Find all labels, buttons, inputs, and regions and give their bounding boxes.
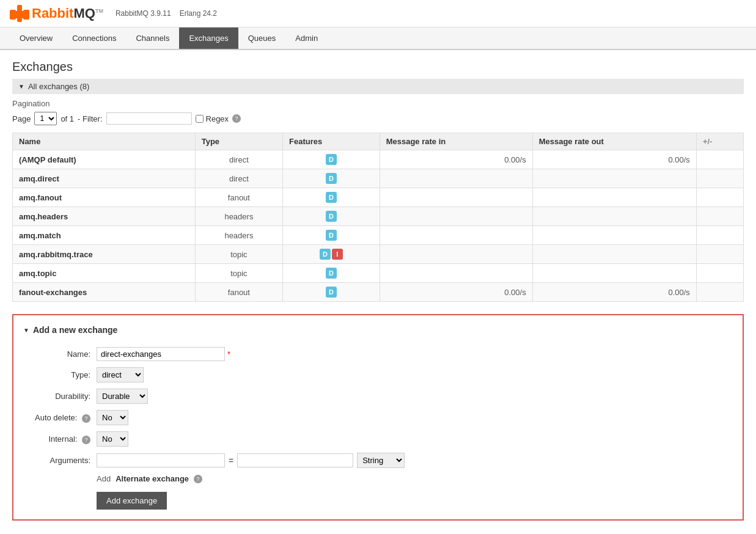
all-exchanges-header[interactable]: ▼ All exchanges (8)	[12, 79, 744, 94]
table-row[interactable]: amq.rabbitmq.tracetopicDI	[13, 245, 744, 264]
logo-text: RabbitMQTM	[32, 5, 103, 21]
collapse-arrow: ▼	[18, 83, 24, 90]
cell-actions	[696, 264, 743, 283]
required-star: *	[227, 349, 230, 359]
cell-name: amq.fanout	[13, 188, 196, 207]
nav-exchanges[interactable]: Exchanges	[179, 27, 238, 49]
feature-badge: D	[326, 211, 337, 222]
add-exchange-arrow: ▼	[23, 327, 29, 334]
nav-connections[interactable]: Connections	[62, 27, 126, 49]
cell-features: D	[283, 264, 380, 283]
cell-features: DI	[283, 245, 380, 264]
page-title: Exchanges	[12, 60, 744, 74]
arguments-label: Arguments:	[23, 456, 97, 465]
add-exchange-section: ▼ Add a new exchange Name: * Type: direc…	[12, 314, 744, 521]
cell-rate-out	[532, 207, 696, 226]
feature-badge: D	[326, 173, 337, 184]
header: RabbitMQTM RabbitMQ 3.9.11 Erlang 24.2	[0, 0, 756, 27]
table-row[interactable]: (AMQP default)directD0.00/s0.00/s	[13, 150, 744, 169]
nav-overview[interactable]: Overview	[10, 27, 62, 49]
regex-help-icon[interactable]: ?	[232, 114, 241, 123]
version-label: RabbitMQ 3.9.11	[116, 9, 171, 18]
cell-rate-in	[380, 245, 532, 264]
durability-select[interactable]: Durable Transient	[97, 389, 148, 404]
table-row[interactable]: amq.matchheadersD	[13, 226, 744, 245]
col-rate-in: Message rate in	[380, 133, 532, 150]
add-exchange-header[interactable]: ▼ Add a new exchange	[23, 325, 733, 341]
svg-rect-2	[23, 10, 29, 20]
col-type: Type	[195, 133, 282, 150]
cell-name: (AMQP default)	[13, 150, 196, 169]
filter-label: - Filter:	[78, 114, 102, 123]
internal-help-icon[interactable]: ?	[82, 436, 90, 444]
cell-actions	[696, 245, 743, 264]
main-content: Exchanges ▼ All exchanges (8) Pagination…	[0, 50, 756, 534]
cell-rate-in: 0.00/s	[380, 283, 532, 302]
argument-val-input[interactable]	[237, 453, 353, 467]
cell-features: D	[283, 226, 380, 245]
table-row[interactable]: amq.topictopicD	[13, 264, 744, 283]
col-name: Name	[13, 133, 196, 150]
cell-actions	[696, 188, 743, 207]
cell-type: fanout	[195, 283, 282, 302]
nav-channels[interactable]: Channels	[126, 27, 179, 49]
table-row[interactable]: amq.directdirectD	[13, 169, 744, 188]
cell-actions	[696, 150, 743, 169]
page-select[interactable]: 1	[34, 112, 57, 125]
table-row[interactable]: amq.fanoutfanoutD	[13, 188, 744, 207]
cell-name: amq.rabbitmq.trace	[13, 245, 196, 264]
alt-exchange-help-icon[interactable]: ?	[194, 475, 202, 483]
internal-select[interactable]: No Yes	[97, 431, 128, 447]
feature-badge: D	[326, 154, 337, 165]
feature-badge: D	[320, 249, 331, 260]
cell-features: D	[283, 283, 380, 302]
logo: RabbitMQTM	[10, 5, 103, 22]
cell-rate-out	[532, 169, 696, 188]
svg-rect-0	[10, 10, 16, 20]
form-row-durability: Durability: Durable Transient	[23, 389, 733, 404]
filter-input[interactable]	[106, 112, 192, 125]
col-rate-out: Message rate out	[532, 133, 696, 150]
cell-name: amq.direct	[13, 169, 196, 188]
argument-key-input[interactable]	[97, 453, 225, 467]
pagination-controls: Page 1 of 1 - Filter: Regex ?	[12, 112, 744, 125]
cell-rate-in	[380, 169, 532, 188]
feature-badge: D	[326, 230, 337, 241]
cell-name: amq.topic	[13, 264, 196, 283]
feature-badge: D	[326, 268, 337, 279]
internal-label: Internal: ?	[23, 434, 97, 444]
cell-features: D	[283, 207, 380, 226]
nav-bar: Overview Connections Channels Exchanges …	[0, 27, 756, 50]
all-exchanges-label: All exchanges (8)	[28, 82, 89, 91]
cell-type: topic	[195, 245, 282, 264]
regex-checkbox[interactable]	[196, 115, 204, 123]
cell-type: headers	[195, 207, 282, 226]
add-exchange-button[interactable]: Add exchange	[97, 492, 167, 510]
argument-type-select[interactable]: String Number Boolean	[357, 453, 405, 468]
table-row[interactable]: amq.headersheadersD	[13, 207, 744, 226]
table-row[interactable]: fanout-exchangesfanoutD0.00/s0.00/s	[13, 283, 744, 302]
alt-exchange-label[interactable]: Alternate exchange	[116, 474, 189, 483]
auto-delete-help-icon[interactable]: ?	[82, 414, 90, 423]
form-row-type: Type: direct fanout topic headers	[23, 367, 733, 382]
auto-delete-select[interactable]: No Yes	[97, 410, 128, 425]
equals-sign: =	[229, 456, 233, 466]
name-input[interactable]	[97, 347, 225, 361]
cell-actions	[696, 169, 743, 188]
cell-actions	[696, 226, 743, 245]
form-row-name: Name: *	[23, 347, 733, 361]
add-label: Add	[97, 474, 111, 483]
type-select[interactable]: direct fanout topic headers	[97, 367, 144, 382]
cell-rate-out: 0.00/s	[532, 150, 696, 169]
col-plus-minus[interactable]: +/-	[696, 133, 743, 150]
erlang-label: Erlang 24.2	[180, 9, 217, 18]
regex-label-container: Regex	[196, 114, 229, 123]
form-row-arguments: Arguments: = String Number Boolean	[23, 453, 733, 468]
cell-type: headers	[195, 226, 282, 245]
nav-queues[interactable]: Queues	[238, 27, 286, 49]
feature-badge: D	[326, 287, 337, 298]
add-exchange-label: Add a new exchange	[33, 325, 117, 335]
cell-actions	[696, 283, 743, 302]
nav-admin[interactable]: Admin	[285, 27, 328, 49]
arguments-inputs: = String Number Boolean	[97, 453, 405, 468]
